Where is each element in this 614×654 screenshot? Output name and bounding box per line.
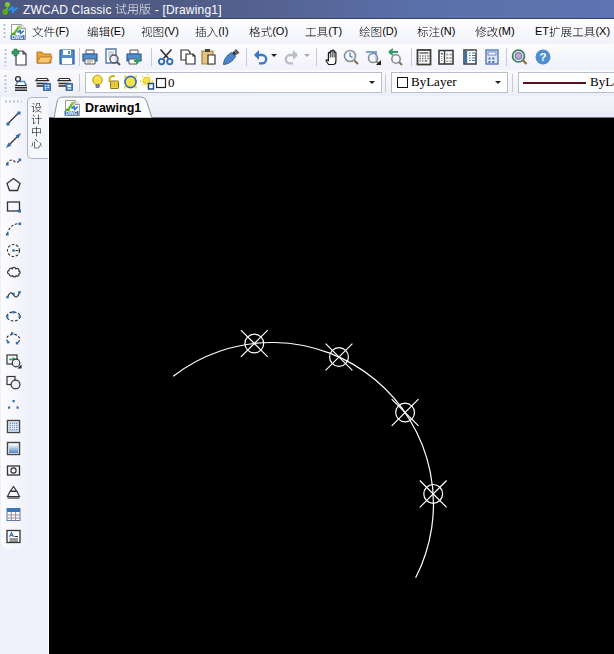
svg-text:DWG: DWG [66,111,78,116]
svg-text:?: ? [539,51,546,63]
svg-text:DWG: DWG [12,35,24,40]
